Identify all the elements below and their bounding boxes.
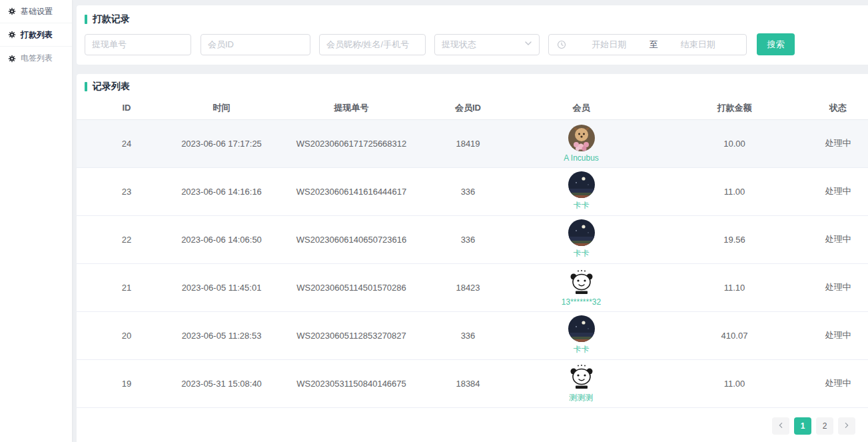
column-header: 会员 (500, 97, 663, 119)
cell-member: A Incubus (500, 119, 663, 167)
title-accent-bar (85, 82, 87, 91)
records-table: ID时间提现单号会员ID会员打款金额状态 242023-06-06 17:17:… (77, 97, 868, 408)
chevron-right-icon (843, 421, 850, 431)
main-content: 打款记录 提现状态 开始日期 至 结束日期 搜索 (72, 0, 868, 442)
chevron-left-icon (777, 421, 784, 431)
table-row: 212023-06-05 11:45:01WS20230605114501570… (77, 263, 868, 311)
date-separator: 至 (650, 39, 658, 51)
record-list-title: 记录列表 (77, 81, 868, 93)
cell-id: 23 (77, 167, 177, 215)
cell-status: 处理中 (806, 119, 868, 167)
start-date-placeholder[interactable]: 开始日期 (569, 39, 650, 51)
gear-icon (8, 7, 16, 15)
gear-icon (8, 31, 16, 39)
member-avatar (568, 171, 595, 198)
sidebar-item[interactable]: 打款列表 (0, 23, 72, 47)
member-name-link[interactable]: 卡卡 (574, 200, 590, 211)
withdraw-status-select[interactable]: 提现状态 (434, 34, 540, 55)
column-header: 打款金额 (663, 97, 806, 119)
cell-status: 处理中 (806, 167, 868, 215)
member-id-input[interactable] (201, 34, 310, 55)
record-table-body: 242023-06-06 17:17:25WS20230606171725668… (77, 119, 868, 407)
search-button[interactable]: 搜索 (757, 33, 795, 55)
cell-member-id: 336 (436, 311, 500, 359)
cell-id: 21 (77, 263, 177, 311)
clock-icon (557, 40, 566, 49)
title-accent-bar (85, 15, 87, 24)
cell-time: 2023-05-31 15:08:40 (177, 359, 266, 407)
chevron-down-icon (524, 39, 532, 49)
sidebar-item[interactable]: 电签列表 (0, 47, 72, 70)
column-header: 会员ID (436, 97, 500, 119)
pagination-prev-button[interactable] (772, 417, 789, 435)
member-avatar (568, 269, 595, 295)
member-avatar (568, 315, 595, 342)
cell-status: 处理中 (806, 311, 868, 359)
cell-id: 19 (77, 359, 177, 407)
table-row: 242023-06-06 17:17:25WS20230606171725668… (77, 119, 868, 167)
cell-member: 卡卡 (500, 311, 663, 359)
cell-member: 卡卡 (500, 215, 663, 263)
cell-amount: 410.07 (663, 311, 806, 359)
pagination-page-button[interactable]: 1 (794, 417, 811, 435)
sidebar-item-label: 电签列表 (21, 53, 53, 64)
member-name-link[interactable]: 13*******32 (562, 297, 601, 307)
sidebar: 基础设置 打款列表 电签列表 (0, 0, 72, 442)
cell-id: 22 (77, 215, 177, 263)
cell-id: 20 (77, 311, 177, 359)
pagination-next-button[interactable] (838, 417, 855, 435)
cell-order-no: WS20230605112853270827 (266, 311, 436, 359)
cell-status: 处理中 (806, 215, 868, 263)
payment-record-search-card: 打款记录 提现状态 开始日期 至 结束日期 搜索 (77, 5, 868, 65)
sidebar-item-label: 基础设置 (21, 6, 53, 17)
cell-time: 2023-06-06 14:06:50 (177, 215, 266, 263)
cell-order-no: WS20230606141616444617 (266, 167, 436, 215)
member-avatar (568, 219, 595, 246)
cell-amount: 11.00 (663, 167, 806, 215)
column-header: ID (77, 97, 177, 119)
sidebar-item[interactable]: 基础设置 (0, 0, 72, 23)
cell-status: 处理中 (806, 359, 868, 407)
withdraw-order-input[interactable] (85, 34, 191, 55)
member-name-link[interactable]: 测测测 (570, 392, 594, 403)
member-name-link[interactable]: 卡卡 (574, 248, 590, 259)
cell-amount: 11.00 (663, 359, 806, 407)
gear-icon (8, 55, 16, 63)
record-list-card: 记录列表 ID时间提现单号会员ID会员打款金额状态 242023-06-06 1… (77, 74, 868, 442)
cell-amount: 10.00 (663, 119, 806, 167)
cell-time: 2023-06-06 14:16:16 (177, 167, 266, 215)
table-row: 202023-06-05 11:28:53WS20230605112853270… (77, 311, 868, 359)
table-row: 232023-06-06 14:16:16WS20230606141616444… (77, 167, 868, 215)
cell-member: 13*******32 (500, 263, 663, 311)
column-header: 提现单号 (266, 97, 436, 119)
column-header: 状态 (806, 97, 868, 119)
end-date-placeholder[interactable]: 结束日期 (658, 39, 739, 51)
search-filters: 提现状态 开始日期 至 结束日期 搜索 (85, 33, 862, 55)
member-name-link[interactable]: A Incubus (564, 153, 599, 163)
pagination-page-button[interactable]: 2 (816, 417, 833, 435)
cell-order-no: WS20230605114501570286 (266, 263, 436, 311)
cell-order-no: WS20230531150840146675 (266, 359, 436, 407)
table-header-row: ID时间提现单号会员ID会员打款金额状态 (77, 97, 868, 119)
cell-member-id: 18423 (436, 263, 500, 311)
cell-member-id: 336 (436, 215, 500, 263)
cell-time: 2023-06-05 11:28:53 (177, 311, 266, 359)
date-range-picker[interactable]: 开始日期 至 结束日期 (548, 34, 747, 55)
cell-id: 24 (77, 119, 177, 167)
member-name-link[interactable]: 卡卡 (574, 344, 590, 355)
cell-time: 2023-06-05 11:45:01 (177, 263, 266, 311)
table-row: 192023-05-31 15:08:40WS20230531150840146… (77, 359, 868, 407)
cell-member: 测测测 (500, 359, 663, 407)
cell-member-id: 336 (436, 167, 500, 215)
search-card-title-text: 打款记录 (93, 13, 130, 25)
cell-member-id: 18384 (436, 359, 500, 407)
member-info-input[interactable] (319, 34, 426, 55)
cell-amount: 11.10 (663, 263, 806, 311)
withdraw-status-placeholder: 提现状态 (442, 39, 476, 51)
cell-member: 卡卡 (500, 167, 663, 215)
cell-order-no: WS20230606171725668312 (266, 119, 436, 167)
member-avatar (568, 363, 595, 390)
record-list-title-text: 记录列表 (93, 81, 130, 93)
cell-member-id: 18419 (436, 119, 500, 167)
cell-status: 处理中 (806, 263, 868, 311)
